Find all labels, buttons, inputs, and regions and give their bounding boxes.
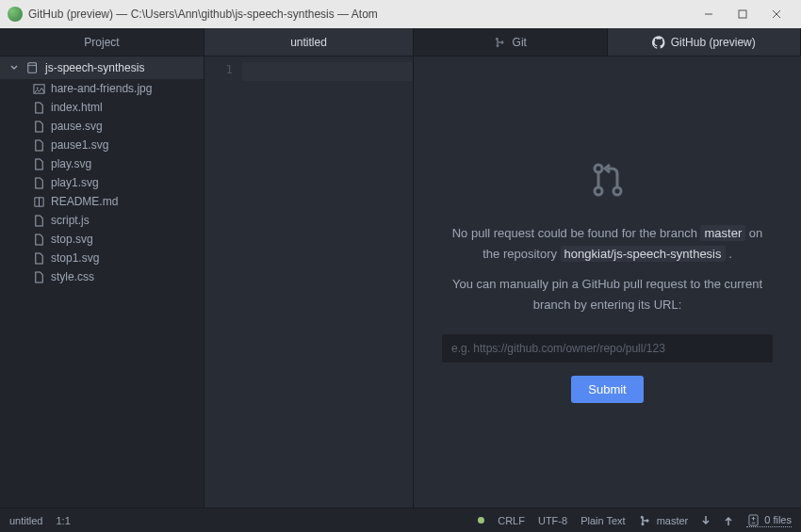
tree-item[interactable]: script.js xyxy=(0,211,204,230)
minimize-button[interactable] xyxy=(692,0,726,28)
tree-root[interactable]: js-speech-synthesis xyxy=(0,56,204,79)
titlebar: GitHub (preview) — C:\Users\Ann\github\j… xyxy=(0,0,801,28)
svg-rect-4 xyxy=(28,63,37,73)
tree-item[interactable]: style.css xyxy=(0,267,204,286)
panel-tabs: Project untitled Git GitHub (preview) xyxy=(0,28,801,56)
tree-item[interactable]: hare-and-friends.jpg xyxy=(0,79,204,98)
window-controls xyxy=(692,0,793,28)
tree-item[interactable]: pause1.svg xyxy=(0,136,204,154)
tree-item[interactable]: index.html xyxy=(0,98,204,117)
status-indicator xyxy=(478,517,484,524)
tab-label: Project xyxy=(84,36,119,49)
tab-untitled[interactable]: untitled xyxy=(204,28,414,56)
tree-item-label: pause1.svg xyxy=(51,138,108,152)
tree-item-label: pause.svg xyxy=(51,120,103,133)
status-encoding[interactable]: UTF-8 xyxy=(538,515,567,526)
status-cursor-pos[interactable]: 1:1 xyxy=(56,515,70,526)
editor-pane[interactable]: 1 xyxy=(204,56,414,508)
tree-item-label: play.svg xyxy=(51,157,91,170)
git-push-button[interactable] xyxy=(724,515,733,526)
editor-body[interactable] xyxy=(242,56,413,508)
branch-tag: master xyxy=(700,225,745,241)
gutter: 1 xyxy=(204,56,242,508)
tree-item[interactable]: stop.svg xyxy=(0,230,204,249)
tree-root-label: js-speech-synthesis xyxy=(45,61,144,74)
repo-tag: hongkiat/js-speech-synthesis xyxy=(561,246,726,262)
svg-rect-1 xyxy=(739,10,746,18)
tab-label: untitled xyxy=(290,36,327,49)
project-tree: js-speech-synthesis hare-and-friends.jpg… xyxy=(0,56,204,508)
tree-item-label: index.html xyxy=(51,101,103,114)
diff-icon xyxy=(746,513,760,526)
pr-url-input[interactable] xyxy=(442,334,773,363)
tab-label: GitHub (preview) xyxy=(671,36,756,49)
github-panel: No pull request could be found for the b… xyxy=(414,56,801,508)
maximize-button[interactable] xyxy=(726,0,760,28)
tree-item-label: style.css xyxy=(51,270,94,283)
submit-button[interactable]: Submit xyxy=(571,376,643,403)
svg-point-8 xyxy=(595,165,602,172)
github-message-1: No pull request could be found for the b… xyxy=(442,223,773,265)
pull-request-icon xyxy=(591,161,625,199)
file-icon xyxy=(32,101,45,114)
status-file[interactable]: untitled xyxy=(9,515,42,526)
svg-point-9 xyxy=(595,187,602,195)
main-area: js-speech-synthesis hare-and-friends.jpg… xyxy=(0,56,801,508)
git-pull-button[interactable] xyxy=(701,515,711,526)
file-icon xyxy=(32,214,45,227)
svg-point-7 xyxy=(36,87,38,89)
chevron-down-icon xyxy=(8,61,21,74)
atom-logo-icon xyxy=(8,7,23,22)
tree-item-label: script.js xyxy=(51,214,90,227)
file-icon xyxy=(32,251,45,265)
svg-point-10 xyxy=(613,187,621,195)
file-icon xyxy=(32,270,45,283)
tree-item[interactable]: play.svg xyxy=(0,154,204,173)
line-number: 1 xyxy=(204,62,233,76)
status-branch[interactable]: master xyxy=(639,514,689,527)
status-git-files[interactable]: 0 files xyxy=(746,513,792,527)
file-icon xyxy=(32,233,45,246)
tree-item[interactable]: pause.svg xyxy=(0,117,204,136)
file-icon xyxy=(32,120,45,133)
git-branch-icon xyxy=(639,514,652,527)
tree-item-label: stop1.svg xyxy=(51,251,99,265)
github-icon xyxy=(652,36,665,49)
tab-project[interactable]: Project xyxy=(0,28,204,56)
file-icon xyxy=(32,138,45,152)
repo-icon xyxy=(26,61,40,74)
status-grammar[interactable]: Plain Text xyxy=(580,515,626,526)
tree-item[interactable]: stop1.svg xyxy=(0,249,204,267)
tab-label: Git xyxy=(513,36,527,49)
tree-item-label: play1.svg xyxy=(51,176,99,189)
window-title: GitHub (preview) — C:\Users\Ann\github\j… xyxy=(28,8,692,21)
close-button[interactable] xyxy=(760,0,793,28)
tree-item[interactable]: play1.svg xyxy=(0,173,204,192)
dot-icon xyxy=(478,517,484,524)
book-icon xyxy=(32,195,45,208)
github-message-2: You can manually pin a GitHub pull reque… xyxy=(442,274,773,315)
file-icon xyxy=(32,157,45,170)
tab-git[interactable]: Git xyxy=(414,28,608,56)
tree-item[interactable]: README.md xyxy=(0,192,204,211)
tree-item-label: README.md xyxy=(51,195,118,208)
tab-github[interactable]: GitHub (preview) xyxy=(608,28,802,56)
file-icon xyxy=(32,176,45,189)
git-branch-icon xyxy=(494,36,507,49)
statusbar: untitled 1:1 CRLF UTF-8 Plain Text maste… xyxy=(0,508,801,532)
tree-item-label: stop.svg xyxy=(51,233,93,246)
image-icon xyxy=(32,82,45,95)
cursor-line xyxy=(242,62,413,81)
status-eol[interactable]: CRLF xyxy=(498,515,525,526)
tree-item-label: hare-and-friends.jpg xyxy=(51,82,152,95)
